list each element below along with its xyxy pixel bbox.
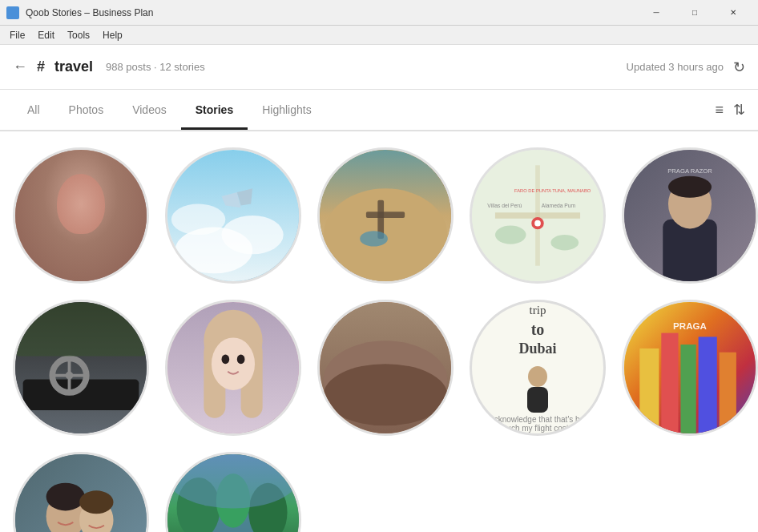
- tab-stories[interactable]: Stories: [181, 92, 248, 130]
- filter-button[interactable]: ≡: [715, 102, 724, 119]
- svg-point-57: [79, 490, 113, 514]
- refresh-button[interactable]: ↻: [733, 58, 745, 76]
- dubai-person: [518, 365, 558, 415]
- map-svg: Villas del Perú Alameda Pum FARO DE PUNT…: [472, 150, 603, 281]
- story-text-content: trip to Dubai I acknowledge that that's …: [472, 300, 603, 436]
- app-toolbar: ← # travel 988 posts · 12 stories Update…: [0, 45, 758, 90]
- tab-all[interactable]: All: [13, 92, 54, 130]
- tabs-left: All Photos Videos Stories Highlights: [13, 92, 326, 128]
- story-circle: [165, 452, 301, 532]
- story-item[interactable]: [317, 300, 454, 436]
- menu-tools[interactable]: Tools: [61, 26, 96, 45]
- toolbar-right: Updated 3 hours ago ↻: [627, 58, 745, 76]
- maximize-button[interactable]: □: [676, 0, 713, 26]
- sky-svg: [167, 150, 299, 281]
- back-button[interactable]: ←: [13, 58, 27, 75]
- svg-rect-47: [639, 349, 659, 433]
- story-item[interactable]: [13, 147, 149, 284]
- story-item[interactable]: Villas del Perú Alameda Pum FARO DE PUNT…: [470, 147, 606, 284]
- sand-svg: [320, 302, 451, 433]
- svg-rect-45: [527, 387, 548, 413]
- minimize-button[interactable]: ─: [638, 0, 675, 26]
- svg-rect-49: [680, 345, 696, 433]
- window-title: Qoob Stories – Business Plan: [26, 7, 153, 18]
- svg-point-24: [668, 176, 712, 198]
- beach-svg: [320, 150, 451, 281]
- trip-text-line2: to: [518, 319, 556, 340]
- svg-point-39: [222, 355, 230, 365]
- tabs-bar: All Photos Videos Stories Highlights ≡ ⇅: [0, 90, 758, 131]
- svg-point-18: [534, 220, 541, 227]
- tag-meta: 988 posts · 12 stories: [106, 61, 205, 73]
- story-item[interactable]: travel: [13, 300, 149, 436]
- story-caption: I acknowledge that that's how much my fl…: [480, 415, 595, 433]
- svg-point-55: [46, 483, 85, 511]
- face-image: [15, 150, 147, 281]
- story-item[interactable]: [317, 147, 454, 284]
- trip-text-line1: trip: [518, 303, 556, 319]
- story-circle: [165, 300, 301, 436]
- tabs-right: ≡ ⇅: [715, 101, 745, 119]
- window-controls: ─ □ ✕: [638, 0, 752, 26]
- svg-rect-8: [366, 212, 405, 218]
- svg-text:Villas del Perú: Villas del Perú: [487, 203, 522, 208]
- buildings-svg: PRAGA: [624, 302, 756, 433]
- story-item[interactable]: [165, 452, 301, 532]
- story-circle: [13, 147, 149, 284]
- svg-text:FARO DE PUNTA TUNA, MAUNABO: FARO DE PUNTA TUNA, MAUNABO: [514, 188, 591, 193]
- story-circle: trip to Dubai I acknowledge that that's …: [470, 300, 606, 436]
- menu-bar: File Edit Tools Help: [0, 26, 758, 45]
- svg-text:Alameda Pum: Alameda Pum: [542, 203, 576, 208]
- title-bar: Qoob Stories – Business Plan ─ □ ✕: [0, 0, 758, 26]
- story-circle: Villas del Perú Alameda Pum FARO DE PUNT…: [470, 147, 606, 284]
- story-item[interactable]: PRAGA RAZOR: [622, 147, 758, 284]
- svg-rect-22: [663, 220, 717, 281]
- toolbar-left: ← # travel 988 posts · 12 stories: [13, 58, 205, 75]
- story-item[interactable]: trip to Dubai I acknowledge that that's …: [470, 300, 606, 436]
- tab-highlights[interactable]: Highlights: [248, 92, 325, 130]
- story-circle: PRAGA RAZOR: [622, 147, 758, 284]
- close-button[interactable]: ✕: [715, 0, 752, 26]
- svg-point-43: [324, 364, 447, 425]
- svg-text:PRAGA: PRAGA: [673, 321, 707, 331]
- svg-point-19: [495, 226, 526, 244]
- menu-help[interactable]: Help: [96, 26, 129, 45]
- story-item[interactable]: [165, 147, 301, 284]
- trip-text-line3: Dubai: [518, 340, 556, 358]
- svg-text:PRAGA RAZOR: PRAGA RAZOR: [667, 167, 712, 175]
- menu-edit[interactable]: Edit: [31, 26, 61, 45]
- story-circle: [317, 300, 454, 436]
- person-svg: PRAGA RAZOR: [624, 150, 756, 281]
- svg-rect-32: [15, 302, 147, 357]
- story-circle: [165, 147, 301, 284]
- stories-content: Villas del Perú Alameda Pum FARO DE PUNT…: [0, 131, 758, 532]
- svg-text:travel: travel: [26, 312, 40, 318]
- tab-videos[interactable]: Videos: [118, 92, 181, 130]
- hashtag-icon: #: [37, 58, 45, 75]
- story-item[interactable]: PRAGA: [622, 300, 758, 436]
- story-circle: [13, 452, 149, 532]
- app-icon: [6, 6, 19, 19]
- story-circle: travel: [13, 300, 149, 436]
- stories-grid: Villas del Perú Alameda Pum FARO DE PUNT…: [13, 147, 745, 532]
- tab-photos[interactable]: Photos: [54, 92, 119, 130]
- updated-text: Updated 3 hours ago: [627, 61, 724, 73]
- title-bar-left: Qoob Stories – Business Plan: [6, 6, 153, 19]
- svg-point-44: [528, 366, 547, 387]
- tag-name: travel: [54, 58, 93, 75]
- story-circle: PRAGA: [622, 300, 758, 436]
- selfie-svg: [15, 454, 147, 532]
- story-item[interactable]: [13, 452, 149, 532]
- svg-point-40: [237, 355, 245, 365]
- story-item[interactable]: [165, 300, 301, 436]
- nature-svg: [167, 454, 299, 532]
- car-svg: travel: [15, 302, 147, 433]
- svg-rect-50: [699, 337, 717, 433]
- svg-point-38: [212, 337, 255, 390]
- menu-file[interactable]: File: [3, 26, 31, 45]
- svg-rect-48: [661, 333, 678, 433]
- girl-svg: [167, 302, 299, 433]
- svg-point-3: [171, 204, 226, 236]
- sort-button[interactable]: ⇅: [733, 101, 745, 119]
- svg-point-2: [222, 216, 284, 254]
